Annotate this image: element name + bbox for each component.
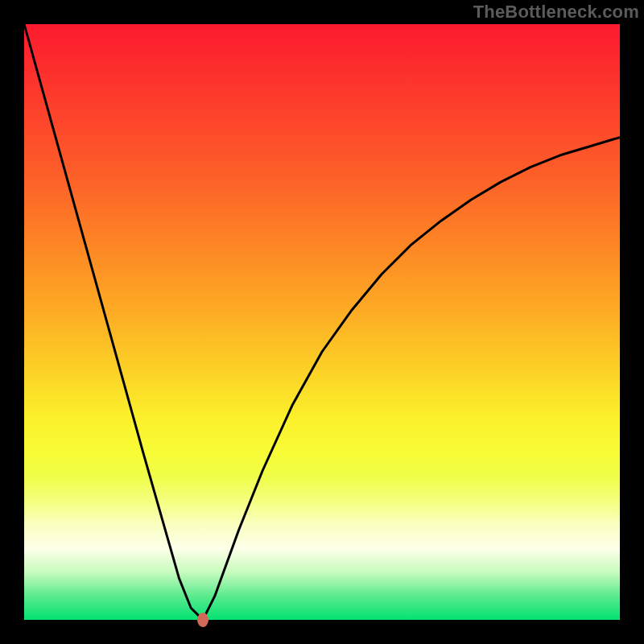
curve-svg <box>24 24 620 620</box>
curve-path <box>24 24 620 620</box>
optimum-marker <box>197 613 208 627</box>
plot-area <box>24 24 620 620</box>
attribution-text: TheBottleneck.com <box>473 2 639 23</box>
chart-frame: TheBottleneck.com <box>0 0 644 644</box>
